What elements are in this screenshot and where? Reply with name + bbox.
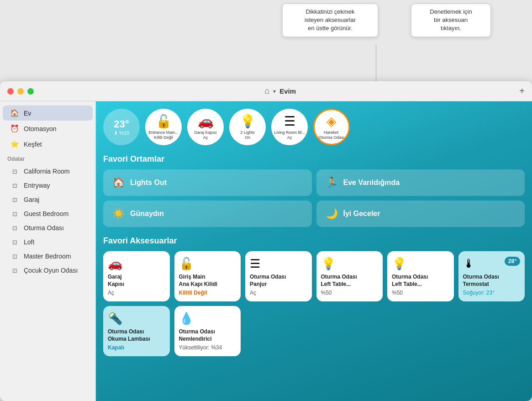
- window-title: Evim: [279, 87, 296, 95]
- sidebar-label-ev: Ev: [24, 110, 31, 117]
- nemlendirici-status: Yükseltiliyor: %34: [179, 344, 237, 351]
- acc-oturma-left1[interactable]: 💡 Oturma OdasıLeft Table... %50: [316, 251, 383, 301]
- tooltip-2: Denetlemek içinbir aksesuarıtıklayın.: [411, 4, 491, 37]
- accessories-row1: 🚗 GarajKapısı Aç 🔓 Giriş MainAna Kapı Ki…: [103, 251, 525, 301]
- favori-ortamlar-title: Favori Ortamlar: [103, 154, 525, 164]
- top-accessory-2-lights[interactable]: 💡 2 Lights On: [229, 109, 266, 145]
- top-accessory-garaj-kapisi[interactable]: 🚗 Garaj Kapısı Aç: [187, 109, 224, 145]
- sidebar-item-entryway[interactable]: ⊡ Entryway: [3, 179, 93, 192]
- scene-gunaydin[interactable]: ☀️ Günaydın: [103, 200, 312, 227]
- scene-eve-varildiginda[interactable]: 🏃 Eve Varıldığında: [316, 169, 525, 196]
- maximize-button[interactable]: [27, 88, 34, 95]
- left-table2-status: %50: [392, 290, 449, 296]
- acc-okuma-lambasi[interactable]: 🔦 Oturma OdasıOkuma Lambası Kapalı: [103, 306, 170, 356]
- okuma-lambasi-name: Oturma OdasıOkuma Lambası: [108, 328, 165, 343]
- left-table1-icon: 💡: [321, 257, 379, 271]
- weather-widget: 23° ⬇ %10: [103, 109, 140, 145]
- sidebar-label-california-room: California Room: [24, 168, 69, 175]
- garaj-kapisi-name: GarajKapısı: [108, 274, 165, 288]
- sidebar-item-otomasyon[interactable]: ⏰ Otomasyon: [3, 121, 93, 136]
- blind-icon: ☰: [284, 114, 295, 129]
- weather-temperature: 23°: [114, 118, 129, 130]
- entrance-icon: 🔓: [156, 114, 172, 129]
- room-icon-loft: ⊡: [10, 239, 19, 246]
- scene-iyi-geceler[interactable]: 🌙 İyi Geceler: [316, 200, 525, 227]
- nemlendirici-name: Oturma OdasıNemlendirici: [179, 328, 237, 343]
- favori-aksesuarlar-title: Favori Aksesuarlar: [103, 236, 525, 246]
- scene-lights-out[interactable]: 🏠 Lights Out: [103, 169, 312, 196]
- arrive-home-label: Eve Varıldığında: [343, 179, 400, 187]
- top-accessory-entrance[interactable]: 🔓 Entrance Main... Kilitli Değil: [145, 109, 182, 145]
- termostat-icon: 🌡: [463, 257, 499, 271]
- acc-giris-main[interactable]: 🔓 Giriş MainAna Kapı Kilidi Kilitli Deği…: [174, 251, 241, 301]
- sidebar-label-kesfet: Keşfet: [24, 141, 42, 148]
- annotation-area: Dikkatinizi çekmekisteyen aksesuarlaren …: [0, 0, 532, 81]
- garaj-kapisi-status: Aç: [108, 290, 165, 296]
- room-icon-entryway: ⊡: [10, 182, 19, 189]
- room-icon-guest: ⊡: [10, 211, 19, 217]
- acc-oturma-left2[interactable]: 💡 Oturma OdasıLeft Table... %50: [387, 251, 454, 301]
- scenes-grid: 🏠 Lights Out 🏃 Eve Varıldığında ☀️ Günay…: [103, 169, 525, 227]
- motion-icon: ◈: [327, 114, 337, 129]
- rooms-section-label: Odalar: [0, 152, 95, 164]
- room-icon-garaj: ⊡: [10, 196, 19, 203]
- traffic-lights: [7, 88, 34, 95]
- acc-garaj-kapisi[interactable]: 🚗 GarajKapısı Aç: [103, 251, 170, 301]
- main-layout: 🏠 Ev ⏰ Otomasyon ⭐ Keşfet Odalar ⊡ Calif…: [0, 101, 532, 401]
- left-table1-name: Oturma OdasıLeft Table...: [321, 274, 379, 288]
- tooltip-1: Dikkatinizi çekmekisteyen aksesuarlaren …: [282, 4, 378, 37]
- termostat-name: Oturma OdasıTermostat: [463, 274, 499, 288]
- weather-humidity: ⬇ %10: [114, 130, 129, 136]
- sidebar-label-guest-bedroom: Guest Bedroom: [24, 210, 68, 217]
- okuma-lambasi-icon: 🔦: [108, 311, 165, 326]
- acc-oturma-panjur[interactable]: ☰ Oturma OdasıPanjur Aç: [245, 251, 312, 301]
- acc-oturma-termostat[interactable]: 🌡 Oturma OdasıTermostat 28° Soğuyor: 23°: [458, 251, 525, 301]
- title-bar: ⌂ ▾ Evim +: [0, 81, 532, 101]
- arrive-home-icon: 🏃: [326, 177, 338, 189]
- top-accessory-hareket[interactable]: ◈ Hareket: Oturma Odası: [313, 109, 350, 145]
- sidebar-item-cocuk-oyun-odasi[interactable]: ⊡ Çocuk Oyun Odası: [3, 264, 93, 277]
- sidebar-label-entryway: Entryway: [24, 182, 50, 189]
- goodmorning-icon: ☀️: [112, 208, 125, 220]
- close-button[interactable]: [7, 88, 14, 95]
- garaj-kapisi-icon: 🚗: [108, 257, 165, 271]
- top-accessory-living-room-blind[interactable]: ☰ Living Room Bl... Aç: [271, 109, 308, 145]
- acc-nemlendirici[interactable]: 💧 Oturma OdasıNemlendirici Yükseltiliyor…: [174, 306, 241, 356]
- content-area: 23° ⬇ %10 🔓 Entrance Main... Kilitli Değ…: [96, 101, 532, 401]
- home-icon: ⌂: [264, 86, 269, 96]
- sidebar-item-oturma-odasi[interactable]: ⊡ Oturma Odası: [3, 221, 93, 235]
- goodmorning-label: Günaydın: [130, 210, 164, 218]
- sidebar-item-garaj[interactable]: ⊡ Garaj: [3, 193, 93, 206]
- termostat-badge: 28°: [505, 257, 520, 266]
- garage-door-label: Garaj Kapısı Aç: [194, 130, 217, 140]
- blind-label: Living Room Bl... Aç: [274, 130, 305, 140]
- sidebar-label-cocuk-oyun-odasi: Çocuk Oyun Odası: [24, 267, 78, 274]
- top-accessories-strip: 23° ⬇ %10 🔓 Entrance Main... Kilitli Değ…: [103, 109, 525, 145]
- discover-nav-icon: ⭐: [10, 140, 19, 148]
- sidebar-label-master-bedroom: Master Bedroom: [24, 253, 71, 260]
- lights-icon: 💡: [240, 114, 256, 129]
- sidebar-label-loft: Loft: [24, 238, 34, 246]
- sidebar-item-california-room[interactable]: ⊡ California Room: [3, 164, 93, 178]
- sidebar-item-kesfet[interactable]: ⭐ Keşfet: [3, 137, 93, 152]
- goodnight-icon: 🌙: [326, 208, 338, 220]
- giris-main-name: Giriş MainAna Kapı Kilidi: [179, 274, 237, 288]
- sidebar-item-ev[interactable]: 🏠 Ev: [3, 106, 93, 121]
- sidebar-item-master-bedroom[interactable]: ⊡ Master Bedroom: [3, 249, 93, 263]
- sidebar-item-loft[interactable]: ⊡ Loft: [3, 235, 93, 249]
- add-button[interactable]: +: [519, 86, 525, 96]
- mac-window: ⌂ ▾ Evim + 🏠 Ev ⏰ Otomasyon ⭐ Keşfet Oda…: [0, 81, 532, 401]
- panjur-icon: ☰: [250, 257, 307, 271]
- chevron-down-icon[interactable]: ▾: [273, 88, 276, 95]
- lights-out-icon: 🏠: [112, 177, 125, 189]
- lights-label: 2 Lights On: [240, 130, 255, 140]
- accessories-row2: 🔦 Oturma OdasıOkuma Lambası Kapalı 💧 Otu…: [103, 306, 525, 356]
- motion-label: Hareket: Oturma Odası: [319, 130, 345, 140]
- goodnight-label: İyi Geceler: [343, 210, 380, 218]
- sidebar-item-guest-bedroom[interactable]: ⊡ Guest Bedroom: [3, 207, 93, 221]
- minimize-button[interactable]: [17, 88, 24, 95]
- panjur-status: Aç: [250, 290, 307, 296]
- sidebar-label-oturma-odasi: Oturma Odası: [24, 224, 64, 232]
- left-table2-icon: 💡: [392, 257, 449, 271]
- lights-out-label: Lights Out: [130, 179, 167, 187]
